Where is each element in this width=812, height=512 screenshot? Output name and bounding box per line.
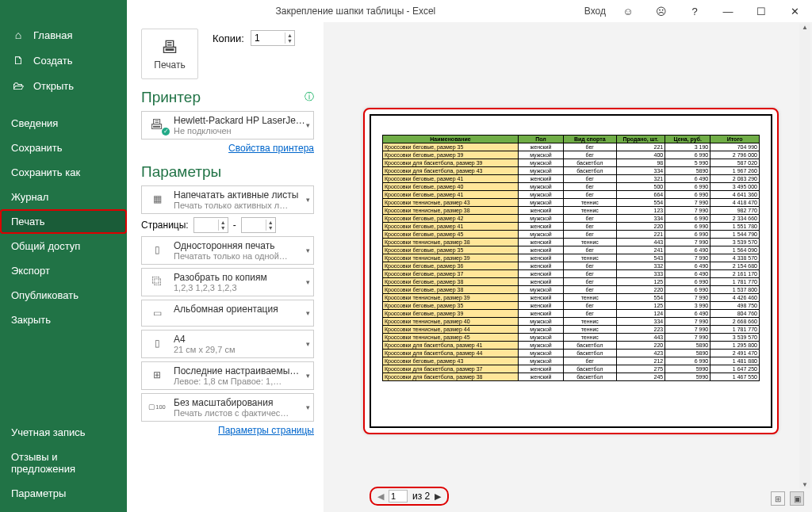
- table-row: Кроссовки беговые, размер 35женскийбег12…: [383, 302, 760, 310]
- next-page-button[interactable]: ▶: [435, 491, 441, 502]
- table-row: Кроссовки беговые, размер 36женскийбег33…: [383, 262, 760, 270]
- table-header: Итого: [710, 136, 760, 143]
- nav-history[interactable]: Журнал: [0, 185, 127, 209]
- nav-options[interactable]: Параметры: [0, 481, 127, 506]
- table-row: Кроссовки беговые, размер 39женскийбег12…: [383, 310, 760, 318]
- nav-save[interactable]: Сохранить: [0, 136, 127, 160]
- maximize-button[interactable]: ☐: [750, 6, 772, 17]
- table-row: Кроссовки для баскетбола, размер 43мужск…: [383, 167, 760, 175]
- nav-export[interactable]: Экспорт: [0, 258, 127, 283]
- print-button[interactable]: 🖶 Печать: [141, 29, 198, 79]
- table-row: Кроссовки беговые, размер 38мужскойбег22…: [383, 286, 760, 294]
- nav-info[interactable]: Сведения: [0, 111, 127, 136]
- pages-from-stepper[interactable]: ▲▼: [193, 217, 228, 233]
- table-row: Кроссовки теннисные, размер 45мужскойтен…: [383, 334, 760, 342]
- nav-open[interactable]: 🗁Открыть: [0, 73, 127, 98]
- backstage-sidebar: ⌂Главная 🗋Создать 🗁Открыть Сведения Сохр…: [0, 0, 127, 512]
- chevron-down-icon: ▾: [306, 121, 310, 129]
- signin-link[interactable]: Вход: [584, 6, 606, 17]
- face-happy-icon[interactable]: ☺: [617, 6, 639, 17]
- sides-selector[interactable]: ▯ Односторонняя печатьПечатать только на…: [141, 236, 314, 265]
- help-icon[interactable]: ?: [684, 6, 706, 17]
- chevron-down-icon: ▾: [306, 403, 310, 411]
- preview-page: НаименованиеПолВид спортаПродано, шт.Цен…: [363, 108, 779, 434]
- copies-label: Копии:: [213, 32, 244, 44]
- window-title: Закрепление шапки таблицы - Excel: [127, 6, 584, 17]
- chevron-down-icon: ▾: [306, 340, 310, 348]
- table-row: Кроссовки беговые, размер 39мужскойбег40…: [383, 151, 760, 159]
- nav-feedback[interactable]: Отзывы ипредложения: [0, 445, 127, 481]
- nav-home[interactable]: ⌂Главная: [0, 22, 127, 48]
- margins-selector[interactable]: ⊞ Последние настраиваемы…Левое: 1,8 см П…: [141, 361, 314, 390]
- table-row: Кроссовки теннисные, размер 44мужскойтен…: [383, 326, 760, 334]
- table-header: Цена, руб.: [665, 136, 710, 143]
- paper-selector[interactable]: ▯ A421 см x 29,7 см ▾: [141, 330, 314, 358]
- table-row: Кроссовки для баскетбола, размер 44мужск…: [383, 350, 760, 357]
- orientation-selector[interactable]: ▭ Альбомная ориентация ▾: [141, 300, 314, 327]
- nav-close[interactable]: Закрыть: [0, 308, 127, 332]
- show-margins-button[interactable]: ⊞: [771, 491, 785, 506]
- print-what-selector[interactable]: ▦ Напечатать активные листыПечать только…: [141, 185, 314, 214]
- table-row: Кроссовки теннисные, размер 38женскийтен…: [383, 239, 760, 246]
- page-of-label: из 2: [412, 491, 430, 502]
- close-button[interactable]: ✕: [783, 6, 806, 17]
- new-icon: 🗋: [11, 54, 25, 67]
- minimize-button[interactable]: —: [717, 6, 739, 17]
- nav-new[interactable]: 🗋Создать: [0, 48, 127, 73]
- table-row: Кроссовки беговые, размер 43мужскойбег21…: [383, 357, 760, 365]
- table-row: Кроссовки беговые, размер 35женскийбег22…: [383, 143, 760, 151]
- nav-account[interactable]: Учетная запись: [0, 420, 127, 445]
- home-icon: ⌂: [11, 29, 25, 41]
- table-header: Наименование: [383, 136, 519, 143]
- page-setup-link[interactable]: Параметры страницы: [218, 425, 314, 436]
- table-row: Кроссовки беговые, размер 37женскийбег33…: [383, 270, 760, 278]
- nav-share[interactable]: Общий доступ: [0, 234, 127, 258]
- collate-icon: ⿻: [147, 272, 167, 291]
- table-row: Кроссовки для баскетбола, размер 41мужск…: [383, 342, 760, 350]
- zoom-to-page-button[interactable]: ▣: [790, 491, 804, 506]
- printer-device-icon: 🖶: [147, 115, 167, 134]
- current-page-input[interactable]: [389, 490, 408, 502]
- paper-icon: ▯: [147, 334, 167, 353]
- table-header: Продано, шт.: [616, 136, 665, 143]
- pages-label: Страницы:: [141, 220, 189, 231]
- table-row: Кроссовки теннисные, размер 40мужскойтен…: [383, 318, 760, 326]
- table-row: Кроссовки беговые, размер 42мужскойбег33…: [383, 215, 760, 223]
- table-row: Кроссовки теннисные, размер 39женскийтен…: [383, 254, 760, 262]
- copies-input[interactable]: [251, 31, 285, 45]
- nav-saveas[interactable]: Сохранить как: [0, 160, 127, 185]
- landscape-icon: ▭: [147, 304, 167, 323]
- printer-selector[interactable]: 🖶 Hewlett-Packard HP LaserJe… Не подключ…: [141, 111, 314, 139]
- settings-heading: Параметры: [141, 163, 314, 181]
- collate-selector[interactable]: ⿻ Разобрать по копиям1,2,3 1,2,3 1,2,3 ▾: [141, 268, 314, 296]
- table-row: Кроссовки теннисные, размер 39женскийтен…: [383, 294, 760, 302]
- table-row: Кроссовки беговые, размер 41женскийбег22…: [383, 223, 760, 231]
- table-row: Кроссовки теннисные, размер 38женскийтен…: [383, 207, 760, 215]
- scaling-selector[interactable]: ▢100 Без масштабированияПечать листов с …: [141, 393, 314, 422]
- preview-table: НаименованиеПолВид спортаПродано, шт.Цен…: [382, 135, 760, 381]
- pages-to-input[interactable]: [242, 218, 266, 232]
- nav-print[interactable]: Печать: [0, 209, 127, 234]
- copies-stepper[interactable]: ▲▼: [251, 30, 295, 46]
- print-preview-area: ▲▼ НаименованиеПолВид спортаПродано, шт.…: [324, 22, 812, 512]
- table-row: Кроссовки беговые, размер 38женскийбег12…: [383, 278, 760, 286]
- table-row: Кроссовки для баскетбола, размер 38женск…: [383, 373, 760, 381]
- printer-heading: Принтер: [141, 89, 314, 106]
- prev-page-button[interactable]: ◀: [377, 491, 384, 502]
- face-sad-icon[interactable]: ☹: [650, 6, 672, 17]
- table-row: Кроссовки теннисные, размер 43мужскойтен…: [383, 199, 760, 207]
- table-row: Кроссовки беговые, размер 45мужскойбег22…: [383, 231, 760, 239]
- table-row: Кроссовки беговые, размер 40мужскойбег50…: [383, 183, 760, 191]
- pages-to-stepper[interactable]: ▲▼: [241, 217, 276, 233]
- table-header: Пол: [519, 136, 564, 143]
- table-header: Вид спорта: [564, 136, 617, 143]
- chevron-down-icon: ▾: [306, 196, 310, 204]
- page-icon: ▯: [147, 240, 167, 259]
- pages-from-input[interactable]: [194, 218, 218, 232]
- nav-publish[interactable]: Опубликовать: [0, 283, 127, 308]
- vertical-scrollbar[interactable]: ▲▼: [799, 24, 810, 488]
- table-row: Кроссовки беговые, размер 41мужскойбег66…: [383, 191, 760, 199]
- printer-properties-link[interactable]: Свойства принтера: [228, 143, 314, 154]
- info-icon[interactable]: ⓘ: [304, 90, 314, 104]
- scaling-icon: ▢100: [147, 397, 167, 416]
